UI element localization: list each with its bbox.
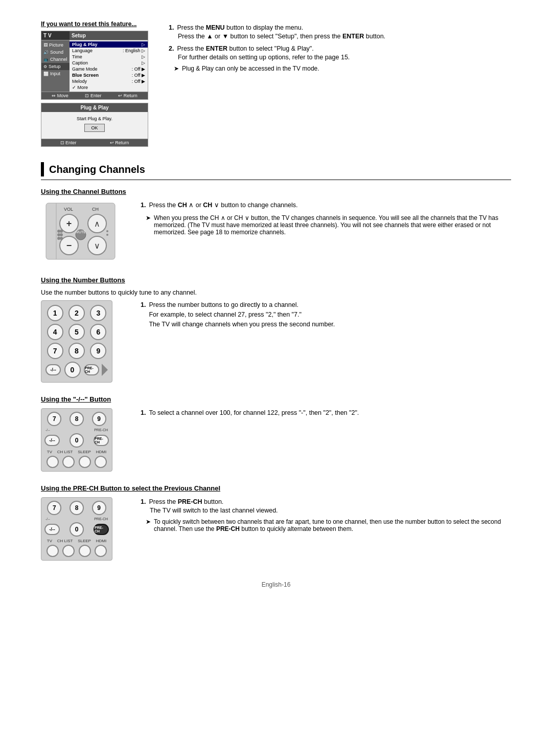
menu-item-language: Language: English ▷ xyxy=(70,48,148,54)
btn-prech-small: PRE-CH xyxy=(84,364,99,375)
step-2-line: 2. Press the ENTER button to select "Plu… xyxy=(169,44,511,54)
prech-button-image: 7 8 9 -/-- PRE-CH -/-- 0 PRE-CH TV CH LI… xyxy=(41,497,128,561)
tv-menu2-mockup: Plug & Play Start Plug & Play. OK ⊡ Ente… xyxy=(41,103,148,147)
prech-label-sleep: SLEEP xyxy=(78,539,91,543)
svg-point-21 xyxy=(106,234,108,236)
step-1-line: 1. Press the MENU button to display the … xyxy=(169,23,511,33)
num-btn-1: 1 xyxy=(47,305,63,321)
ch-buttons-note: ➤ When you press the CH ∧ or CH ∨ button… xyxy=(146,214,511,236)
menu-item-blue-screen: Blue Screen: Off ▶ xyxy=(70,72,148,78)
channel-buttons-title: Using the Channel Buttons xyxy=(41,188,511,195)
tv-menu-mockup: T V Setup 🖼 Picture 🔊 Sound 📺 Channel ⚙ … xyxy=(41,31,148,100)
ok-button-display: OK xyxy=(84,124,104,132)
dash-num-8: 8 xyxy=(70,412,84,426)
dash-bottom-btns xyxy=(44,456,109,468)
step-1-block: 1. Press the MENU button to display the … xyxy=(169,23,511,40)
dash-step-1-line: 1. To select a channel over 100, for cha… xyxy=(141,408,511,418)
prech-tiny-2 xyxy=(62,545,75,557)
tv-menu-body: 🖼 Picture 🔊 Sound 📺 Channel ⚙ Setup ⬜ In… xyxy=(41,40,148,92)
prech-button-title: Using the PRE-CH Button to select the Pr… xyxy=(41,484,511,492)
menu-item-sound: 🔊 Sound xyxy=(41,49,70,56)
dash-step-1-num: 1. xyxy=(141,408,146,418)
prech-top-row: 7 8 9 xyxy=(44,501,109,515)
svg-text:+: + xyxy=(66,218,72,229)
menu-item-game-mode: Game Mode: Off ▶ xyxy=(70,66,148,72)
number-buttons-title: Using the Number Buttons xyxy=(41,276,511,284)
dash-step-1: 1. To select a channel over 100, for cha… xyxy=(141,408,511,418)
dash-label-prech: PRE-CH xyxy=(94,428,108,432)
tv-menu-right: Plug & Play▷ Language: English ▷ Time▷ C… xyxy=(70,40,148,92)
num-btn-7: 7 xyxy=(47,343,63,359)
prech-btn-prech: PRE-CH xyxy=(94,524,109,535)
tv-menu2-footer: ⊡ Enter ↩ Return xyxy=(41,139,148,146)
prech-label-tv: TV xyxy=(47,539,52,543)
page-number: English-16 xyxy=(41,581,511,588)
svg-text:CH: CH xyxy=(92,207,99,212)
channel-remote-svg: VOL CH + − MUTE xyxy=(41,201,120,262)
dash-row2: -/-- 0 PRE-CH xyxy=(44,433,109,448)
prech-button-subsection: Using the PRE-CH Button to select the Pr… xyxy=(41,484,511,561)
num-grid: 1 2 3 4 5 6 7 8 9 xyxy=(45,305,108,359)
prech-label-dash: -/-- xyxy=(45,517,50,521)
menu-item-picture: 🖼 Picture xyxy=(41,41,70,49)
prech-num-9: 9 xyxy=(92,501,106,515)
svg-point-11 xyxy=(60,230,63,233)
num-btn-6: 6 xyxy=(90,324,106,340)
ch-step-1: 1. Press the CH ∧ or CH ∨ button to chan… xyxy=(141,201,511,210)
number-buttons-content: 1 2 3 4 5 6 7 8 9 -/-- 0 PRE-CH xyxy=(41,300,511,383)
menu-item-setup: ⚙ Setup xyxy=(41,63,70,70)
section-bar-icon xyxy=(41,162,44,176)
number-buttons-text: 1. Press the number buttons to go direct… xyxy=(141,300,511,333)
reset-title: If you want to reset this feature... xyxy=(41,20,153,28)
ch-step-1-line: 1. Press the CH ∧ or CH ∨ button to chan… xyxy=(141,201,511,210)
plug-play-text: Start Plug & Play. xyxy=(45,116,144,121)
note-text: Plug & Play can only be accessed in the … xyxy=(182,65,319,72)
ch-note-arrow: ➤ xyxy=(146,214,151,236)
dash-tiny-1 xyxy=(47,456,59,468)
prech-note-text: To quickly switch between two channels t… xyxy=(154,518,511,532)
step-2-sub: For further details on setting up option… xyxy=(178,54,511,61)
svg-text:MUTE: MUTE xyxy=(76,230,86,234)
menu-item-caption: Caption▷ xyxy=(70,60,148,66)
prech-step-1-num: 1. xyxy=(141,497,146,507)
prech-tiny-3 xyxy=(79,545,91,557)
num-btn-2: 2 xyxy=(68,305,85,321)
prech-num-0: 0 xyxy=(70,522,84,537)
dash-button-content: 7 8 9 -/-- PRE-CH -/-- 0 PRE-CH TV CH LI… xyxy=(41,408,511,472)
num-row-bottom: -/-- 0 PRE-CH xyxy=(45,362,108,378)
dash-step-1-text: To select a channel over 100, for channe… xyxy=(149,408,359,418)
dash-remote: 7 8 9 -/-- PRE-CH -/-- 0 PRE-CH TV CH LI… xyxy=(41,408,112,472)
prech-step-1-line: 1. Press the PRE-CH button. xyxy=(141,497,511,507)
prech-note-arrow: ➤ xyxy=(146,518,151,532)
num-btn-3: 3 xyxy=(90,305,106,321)
prech-remote: 7 8 9 -/-- PRE-CH -/-- 0 PRE-CH TV CH LI… xyxy=(41,497,112,561)
dash-button-subsection: Using the "-/--" Button 7 8 9 -/-- PRE-C… xyxy=(41,395,511,472)
num-step-1-line: 1. Press the number buttons to go direct… xyxy=(141,300,511,329)
note-arrow-icon: ➤ xyxy=(174,65,179,72)
number-buttons-intro: Use the number buttons to quickly tune t… xyxy=(41,289,511,296)
prech-labels-row: -/-- PRE-CH xyxy=(44,517,109,521)
step-2-text: Press the ENTER button to select "Plug &… xyxy=(177,44,313,54)
prech-num-7: 7 xyxy=(47,501,61,515)
footer-return: ↩ Return xyxy=(118,93,137,98)
svg-point-13 xyxy=(60,233,63,236)
prech-row3: TV CH LIST SLEEP HDMI xyxy=(44,539,109,543)
prech-step-1: 1. Press the PRE-CH button. The TV will … xyxy=(141,497,511,514)
dash-labels-row: -/-- PRE-CH xyxy=(44,428,109,432)
ch-note-text: When you press the CH ∧ or CH ∨ button, … xyxy=(154,214,511,236)
prech-note: ➤ To quickly switch between two channels… xyxy=(146,518,511,532)
menu-item-input: ⬜ Input xyxy=(41,70,70,77)
ch-step-1-text: Press the CH ∧ or CH ∨ button to change … xyxy=(149,201,297,210)
num-btn-9: 9 xyxy=(90,343,106,359)
dash-row3: TV CH LIST SLEEP HDMI xyxy=(44,450,109,454)
num-step-1: 1. Press the number buttons to go direct… xyxy=(141,300,511,329)
tv-menu-header-right: Setup xyxy=(70,31,148,40)
reset-right-panel: 1. Press the MENU button to display the … xyxy=(169,20,511,147)
tv-menu-footer: ⇔ Move ⊡ Enter ↩ Return xyxy=(41,92,148,99)
num-btn-5: 5 xyxy=(68,324,85,340)
dash-button-image: 7 8 9 -/-- PRE-CH -/-- 0 PRE-CH TV CH LI… xyxy=(41,408,128,472)
changing-channels-header: Changing Channels xyxy=(41,162,511,180)
prech-label-hdmi: HDMI xyxy=(96,539,106,543)
menu-item-plug-play: Plug & Play▷ xyxy=(70,41,148,48)
step-2-num: 2. xyxy=(169,44,174,54)
